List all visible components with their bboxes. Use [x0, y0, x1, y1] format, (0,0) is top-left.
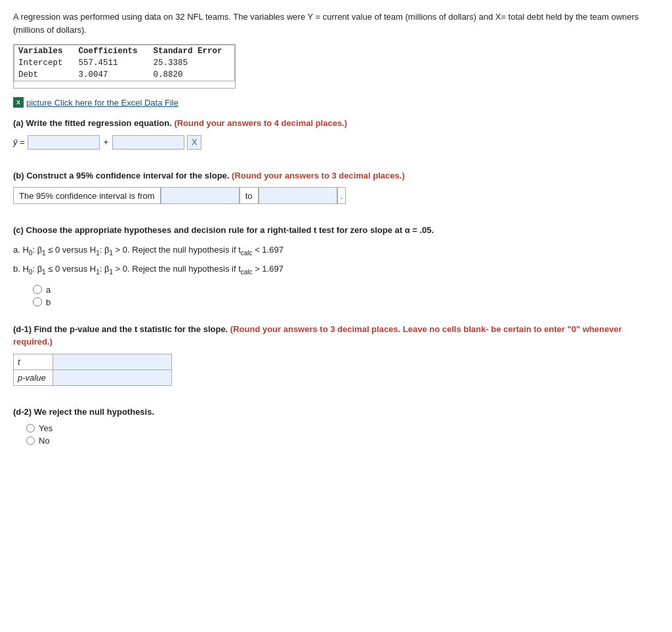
row-intercept-label: Intercept: [14, 57, 75, 69]
pvalue-input[interactable]: [57, 371, 167, 384]
d2-no-label: No: [39, 436, 50, 446]
excel-link[interactable]: X picture Click here for the Excel Data …: [13, 97, 659, 108]
data-table-wrapper: Variables Coefficients Standard Error In…: [13, 44, 236, 89]
part-a-instruction: (Round your answers to 4 decimal places.…: [174, 118, 347, 128]
radio-b[interactable]: [33, 297, 42, 306]
d1-row-t: t: [14, 354, 172, 369]
d2-radio-group: Yes No: [26, 423, 659, 446]
part-b-text: Construct a 95% confidence interval for …: [26, 171, 229, 180]
radio-a[interactable]: [33, 285, 42, 294]
part-d1-letter: (d-1): [13, 324, 32, 334]
part-b-letter: (b): [13, 171, 24, 180]
section-d1: (d-1) Find the p-value and the t statist…: [13, 323, 659, 386]
d2-radio-yes[interactable]: Yes: [26, 423, 659, 433]
row-intercept-coef: 557.4511: [75, 57, 150, 69]
d1-pvalue-label: p-value: [14, 369, 53, 385]
ci-dot: .: [337, 187, 346, 204]
section-c: (c) Choose the appropriate hypotheses an…: [13, 224, 659, 307]
confidence-interval-row: The 95% confidence interval is from to .: [13, 187, 659, 204]
col-coefficients: Coefficients: [75, 45, 150, 58]
plus-sign: +: [104, 137, 109, 147]
equation-row: ŷ = + X: [13, 135, 659, 150]
hyp-a-label: a. H0: β1 ≤ 0 versus H1: β1 > 0. Reject …: [13, 245, 284, 255]
radio-no[interactable]: [26, 436, 35, 445]
part-d2-text: We reject the null hypothesis.: [34, 407, 154, 417]
hypotheses-block: a. H0: β1 ≤ 0 versus H1: β1 > 0. Reject …: [13, 242, 659, 278]
radio-option-b[interactable]: b: [33, 297, 659, 307]
section-c-label: (c) Choose the appropriate hypotheses an…: [13, 224, 659, 237]
row-debt-coef: 3.0047: [75, 69, 150, 81]
data-table: Variables Coefficients Standard Error In…: [14, 45, 235, 81]
ci-label: The 95% confidence interval is from: [13, 187, 161, 204]
radio-b-label: b: [46, 297, 51, 307]
d2-radio-no[interactable]: No: [26, 436, 659, 446]
d1-pvalue-input-cell[interactable]: [53, 369, 172, 385]
section-a: (a) Write the fitted regression equation…: [13, 117, 659, 150]
row-intercept-se: 25.3385: [150, 57, 235, 69]
slope-input[interactable]: [112, 135, 184, 150]
row-debt-se: 0.8820: [150, 69, 235, 81]
table-row: Debt 3.0047 0.8820: [14, 69, 235, 81]
d2-yes-label: Yes: [39, 423, 52, 433]
ci-lower-input[interactable]: [161, 187, 240, 204]
table-row: Intercept 557.4511 25.3385: [14, 57, 235, 69]
yhat-label: ŷ =: [13, 137, 25, 147]
part-d1-text: Find the p-value and the t statistic for…: [34, 324, 228, 334]
radio-yes[interactable]: [26, 424, 35, 432]
d1-table: t p-value: [13, 354, 172, 386]
intro-text: A regression was performed using data on…: [13, 11, 659, 36]
intercept-input[interactable]: [28, 135, 100, 150]
row-debt-label: Debt: [14, 69, 75, 81]
section-b: (b) Construct a 95% confidence interval …: [13, 169, 659, 205]
t-value-input[interactable]: [57, 356, 167, 368]
table-header-row: Variables Coefficients Standard Error: [14, 45, 235, 58]
excel-icon: X: [13, 97, 24, 108]
radio-option-a[interactable]: a: [33, 285, 659, 295]
ci-to-label: to: [240, 187, 259, 204]
x-label: X: [187, 135, 201, 150]
ci-upper-input[interactable]: [259, 187, 337, 204]
part-d2-letter: (d-2): [13, 407, 32, 417]
section-a-label: (a) Write the fitted regression equation…: [13, 117, 659, 130]
d1-t-label: t: [14, 354, 53, 369]
hypothesis-radio-group: a b: [33, 285, 659, 307]
part-c-text: Choose the appropriate hypotheses and de…: [26, 225, 434, 235]
d1-row-pvalue: p-value: [14, 369, 172, 385]
hyp-b-label: b. H0: β1 ≤ 0 versus H1: β1 > 0. Reject …: [13, 264, 284, 274]
section-b-label: (b) Construct a 95% confidence interval …: [13, 169, 659, 182]
section-d2-label: (d-2) We reject the null hypothesis.: [13, 406, 659, 419]
part-b-instruction: (Round your answers to 3 decimal places.…: [232, 171, 405, 180]
excel-link-text[interactable]: picture Click here for the Excel Data Fi…: [26, 98, 178, 108]
d1-t-input-cell[interactable]: [53, 354, 172, 369]
section-d2: (d-2) We reject the null hypothesis. Yes…: [13, 406, 659, 446]
col-variables: Variables: [14, 45, 75, 58]
hypothesis-option-a: a. H0: β1 ≤ 0 versus H1: β1 > 0. Reject …: [13, 242, 659, 259]
radio-a-label: a: [46, 285, 51, 295]
hypothesis-option-b: b. H0: β1 ≤ 0 versus H1: β1 > 0. Reject …: [13, 261, 659, 278]
part-a-letter: (a): [13, 118, 24, 128]
part-a-text: Write the fitted regression equation.: [26, 118, 172, 128]
part-c-letter: (c): [13, 225, 24, 235]
col-std-error: Standard Error: [150, 45, 235, 58]
section-d1-label: (d-1) Find the p-value and the t statist…: [13, 323, 659, 348]
